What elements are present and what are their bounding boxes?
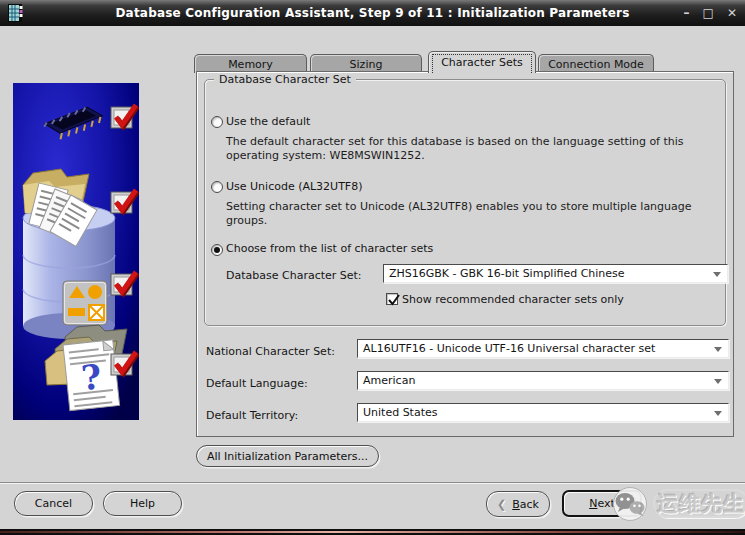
db-charset-combobox[interactable]: ZHS16GBK - GBK 16-bit Simplified Chinese <box>383 264 728 283</box>
watermark-text: 运维先生 <box>653 489 745 518</box>
tab-memory-label: Memory <box>228 58 273 71</box>
maximize-icon[interactable]: □ <box>703 7 714 19</box>
bottom-red-line <box>0 531 745 533</box>
show-recommended-checkbox[interactable] <box>386 293 398 305</box>
chevron-down-icon[interactable] <box>714 411 722 416</box>
all-initialization-parameters-label: All Initialization Parameters... <box>207 450 368 463</box>
chevron-down-icon[interactable] <box>714 347 722 352</box>
default-territory-combobox[interactable]: United States <box>357 403 729 422</box>
back-chevron-icon: ❮ <box>497 498 506 511</box>
use-default-description: The default character set for this datab… <box>226 135 720 163</box>
cancel-label: Cancel <box>35 497 72 510</box>
close-icon[interactable]: ✕ <box>727 7 737 19</box>
tab-connection-mode-label: Connection Mode <box>548 58 644 71</box>
tab-focus-ring <box>432 54 532 73</box>
default-language-combobox[interactable]: American <box>357 371 729 390</box>
radio-use-default-label[interactable]: Use the default <box>226 115 310 128</box>
radio-choose-from-list-label[interactable]: Choose from the list of character sets <box>226 242 433 255</box>
national-charset-combobox[interactable]: AL16UTF16 - Unicode UTF-16 Universal cha… <box>357 339 729 358</box>
national-charset-label: National Character Set: <box>206 345 335 358</box>
title-bar: Database Configuration Assistant, Step 9… <box>0 0 745 26</box>
default-language-value: American <box>363 374 415 387</box>
shapes-icon <box>63 281 107 325</box>
tab-sizing-label: Sizing <box>350 58 383 71</box>
db-charset-value: ZHS16GBK - GBK 16-bit Simplified Chinese <box>389 267 625 280</box>
default-territory-value: United States <box>363 406 438 419</box>
chevron-down-icon[interactable] <box>713 272 721 277</box>
wizard-illustration: ? <box>13 83 139 420</box>
radio-use-unicode[interactable] <box>211 181 223 193</box>
national-charset-value: AL16UTF16 - Unicode UTF-16 Universal cha… <box>363 342 655 355</box>
tab-character-sets[interactable]: Character Sets <box>428 51 536 73</box>
help-label: Help <box>130 497 155 510</box>
app-icon <box>6 3 26 23</box>
window-title: Database Configuration Assistant, Step 9… <box>0 6 745 20</box>
radio-choose-from-list[interactable] <box>211 244 223 256</box>
help-button[interactable]: Help <box>103 491 182 516</box>
window-bottom-edge <box>0 529 745 535</box>
cancel-button[interactable]: Cancel <box>14 491 93 516</box>
default-language-label: Default Language: <box>206 377 308 390</box>
svg-text:?: ? <box>80 356 104 398</box>
radio-use-unicode-label[interactable]: Use Unicode (AL32UTF8) <box>226 180 362 193</box>
chevron-down-icon[interactable] <box>714 379 722 384</box>
db-charset-label: Database Character Set: <box>226 269 362 282</box>
all-initialization-parameters-button[interactable]: All Initialization Parameters... <box>196 445 379 467</box>
footer-separator <box>0 482 745 484</box>
default-territory-label: Default Territory: <box>206 409 298 422</box>
use-unicode-description: Setting character set to Unicode (AL32UT… <box>226 200 720 228</box>
dbca-window: Database Configuration Assistant, Step 9… <box>0 0 745 535</box>
wechat-logo-icon <box>610 486 652 522</box>
character-sets-panel: Database Character Set Use the default T… <box>196 71 734 437</box>
back-button[interactable]: ❮ Back <box>486 491 550 517</box>
radio-use-default[interactable] <box>211 116 223 128</box>
minimize-icon[interactable]: – <box>684 7 690 19</box>
back-label: Back <box>512 498 539 511</box>
groupbox-title: Database Character Set <box>214 73 356 86</box>
show-recommended-label[interactable]: Show recommended character sets only <box>402 293 624 306</box>
window-controls: – □ ✕ <box>684 0 737 26</box>
check-icon <box>387 293 401 307</box>
